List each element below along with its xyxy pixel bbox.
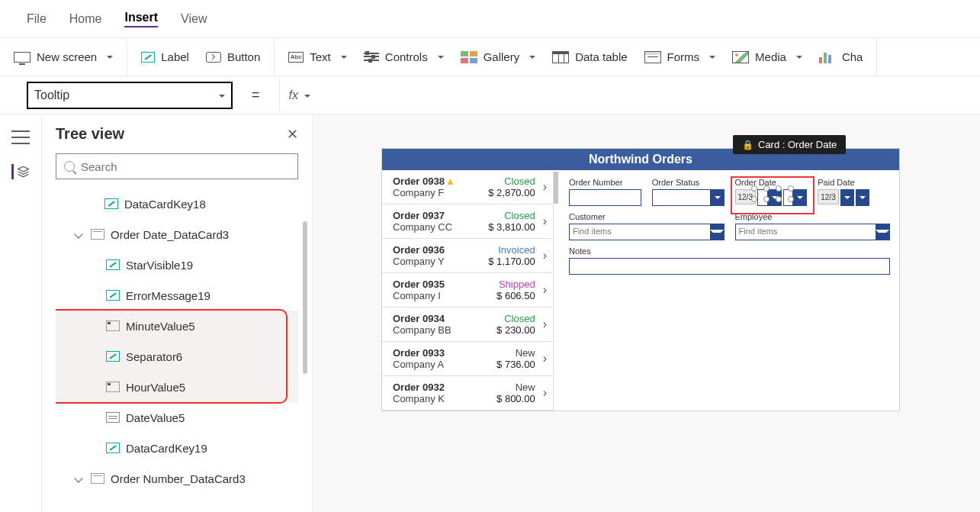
order-company: Company BB xyxy=(393,324,482,336)
tree-item-label: StarVisible19 xyxy=(126,259,193,272)
order-date-hour[interactable] xyxy=(757,189,782,206)
menu-bar: File Home Insert View xyxy=(0,0,980,38)
customer-select[interactable]: Find items xyxy=(569,224,725,240)
controls-icon xyxy=(364,52,379,63)
charts-icon xyxy=(819,51,836,63)
label-icon xyxy=(141,52,155,63)
form-icon xyxy=(91,229,104,240)
order-name: Order 0936 xyxy=(393,244,482,256)
tree-item-label: HourValue5 xyxy=(126,381,185,394)
pen-icon xyxy=(106,259,120,270)
box-icon xyxy=(106,320,120,331)
order-price: $ 230.00 xyxy=(482,324,535,336)
property-selector[interactable]: Tooltip xyxy=(27,82,233,109)
order-name: Order 0932 xyxy=(393,382,482,393)
data-table-icon xyxy=(552,51,569,63)
menu-insert[interactable]: Insert xyxy=(124,11,158,27)
order-row[interactable]: Order 0934Company BBClosed$ 230.00› xyxy=(382,308,553,342)
order-number-input[interactable] xyxy=(569,189,641,206)
media-dropdown[interactable]: Media xyxy=(732,50,802,63)
tree-item[interactable]: DataCardKey18 xyxy=(56,188,298,219)
order-company: Company I xyxy=(393,290,482,301)
new-screen-button[interactable]: New screen xyxy=(14,50,113,63)
paid-date-minute[interactable] xyxy=(856,189,869,206)
search-input[interactable] xyxy=(81,160,290,173)
close-icon[interactable]: ✕ xyxy=(287,126,298,143)
order-name: Order 0938▲ xyxy=(393,175,482,187)
order-status: New xyxy=(482,382,535,393)
order-row[interactable]: Order 0933Company ANew$ 736.00› xyxy=(382,342,553,376)
order-row[interactable]: Order 0938▲Company FClosed$ 2,870.00› xyxy=(382,170,553,204)
tree-item-label: Separator6 xyxy=(126,350,182,363)
button-icon xyxy=(206,52,221,63)
screen-icon xyxy=(14,52,31,63)
employee-select[interactable]: Find items xyxy=(735,224,891,240)
order-price: $ 3,810.00 xyxy=(482,221,535,233)
chevron-down-icon xyxy=(300,89,310,102)
notes-input[interactable] xyxy=(569,258,890,275)
tree-item[interactable]: StarVisible19 xyxy=(56,250,298,280)
list-scrollbar[interactable] xyxy=(554,172,558,204)
tree-item-label: Order Number_DataCard3 xyxy=(111,472,246,485)
tree-item-label: MinuteValue5 xyxy=(126,320,195,333)
button-button[interactable]: Button xyxy=(206,50,260,63)
order-row[interactable]: Order 0935Company IShipped$ 606.50› xyxy=(382,273,553,308)
tree-item[interactable]: DataCardKey19 xyxy=(56,433,298,463)
tree-view-rail-icon[interactable] xyxy=(11,164,30,179)
employee-label: Employee xyxy=(735,212,891,221)
pen-icon xyxy=(106,443,120,453)
menu-file[interactable]: File xyxy=(27,12,47,26)
tree-item[interactable]: Order Date_DataCard3 xyxy=(56,219,298,250)
data-table-button[interactable]: Data table xyxy=(552,50,627,63)
order-date-value[interactable]: 12/3 xyxy=(735,189,756,204)
tree-item[interactable]: MinuteValue5 xyxy=(56,311,298,341)
tree-item[interactable]: DateValue5 xyxy=(56,402,298,433)
pen-icon xyxy=(106,351,120,362)
chevron-down-icon xyxy=(711,189,725,206)
order-status: Closed xyxy=(482,313,535,324)
equals-sign: = xyxy=(244,87,268,103)
chevron-right-icon: › xyxy=(535,249,547,262)
order-status: Invoiced xyxy=(482,244,535,256)
order-date-minute[interactable] xyxy=(783,189,808,206)
chevron-down-icon xyxy=(215,89,225,102)
chevron-right-icon: › xyxy=(535,386,547,400)
menu-view[interactable]: View xyxy=(181,12,207,26)
order-company: Company F xyxy=(393,187,482,198)
selection-tooltip: 🔒Card : Order Date xyxy=(733,135,846,154)
left-rail xyxy=(0,114,42,512)
order-price: $ 2,870.00 xyxy=(482,187,535,198)
order-row[interactable]: Order 0937Company CCClosed$ 3,810.00› xyxy=(382,204,553,239)
paid-date-value[interactable]: 12/3 xyxy=(818,189,838,204)
ribbon: New screen Label Button AbcText Controls… xyxy=(0,38,980,76)
gallery-icon xyxy=(461,51,477,63)
tree-search[interactable] xyxy=(56,153,298,179)
order-price: $ 800.00 xyxy=(482,393,535,404)
pen-icon xyxy=(104,198,118,209)
formula-bar[interactable]: fx xyxy=(279,76,980,114)
order-status-select[interactable] xyxy=(652,189,725,206)
tree-item[interactable]: ErrorMessage19 xyxy=(56,280,298,311)
controls-dropdown[interactable]: Controls xyxy=(364,50,444,63)
pen-icon xyxy=(106,290,120,301)
menu-icon[interactable] xyxy=(11,130,30,145)
cal-icon xyxy=(106,412,120,423)
order-row[interactable]: Order 0936Company YInvoiced$ 1,170.00› xyxy=(382,239,553,273)
order-status-label: Order Status xyxy=(652,178,725,187)
text-icon: Abc xyxy=(288,52,304,63)
charts-dropdown[interactable]: Cha xyxy=(819,50,863,63)
gallery-dropdown[interactable]: Gallery xyxy=(461,50,536,63)
tree-item[interactable]: Order Number_DataCard3 xyxy=(56,463,298,494)
paid-date-hour[interactable] xyxy=(840,189,854,206)
tree-item[interactable]: Separator6 xyxy=(56,341,298,372)
forms-dropdown[interactable]: Forms xyxy=(644,50,716,63)
panel-scrollbar[interactable] xyxy=(303,221,307,374)
chevron-right-icon: › xyxy=(535,283,547,297)
tree-item[interactable]: HourValue5 xyxy=(56,372,298,402)
menu-home[interactable]: Home xyxy=(69,12,102,26)
media-icon xyxy=(732,51,749,63)
label-button[interactable]: Label xyxy=(141,50,189,63)
order-row[interactable]: Order 0932Company KNew$ 800.00› xyxy=(382,376,553,411)
text-dropdown[interactable]: AbcText xyxy=(288,50,347,63)
orders-list[interactable]: Order 0938▲Company FClosed$ 2,870.00›Ord… xyxy=(382,170,554,411)
